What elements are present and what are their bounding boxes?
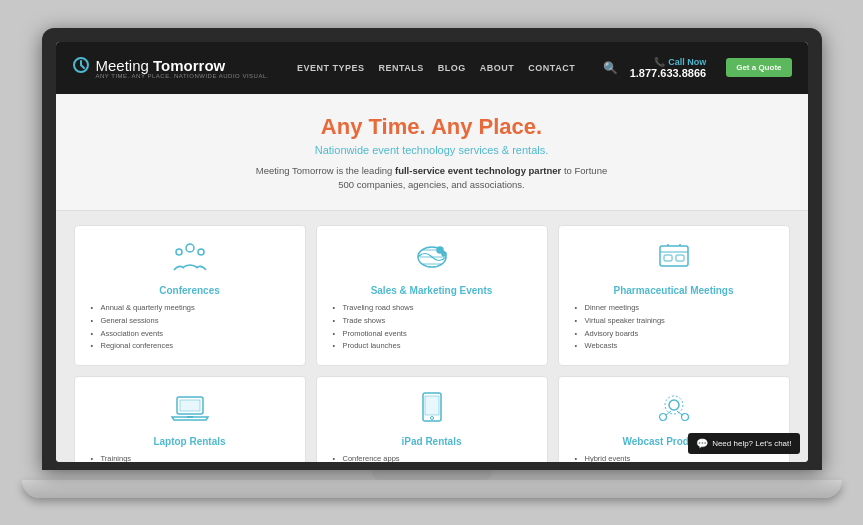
get-quote-button[interactable]: Get a Quote bbox=[726, 58, 791, 77]
svg-point-6 bbox=[442, 252, 446, 256]
nav-about[interactable]: ABOUT bbox=[480, 63, 515, 73]
cards-section: Conferences Annual & quarterly meetings … bbox=[56, 211, 808, 462]
conferences-list: Annual & quarterly meetings General sess… bbox=[87, 302, 293, 353]
svg-point-2 bbox=[176, 249, 182, 255]
pharma-list: Dinner meetings Virtual speaker training… bbox=[571, 302, 777, 353]
list-item: Conference apps bbox=[333, 453, 531, 462]
pharma-title: Pharmaceutical Meetings bbox=[571, 285, 777, 296]
svg-point-18 bbox=[430, 417, 433, 420]
website-content: Meeting Tomorrow ANY TIME. ANY PLACE. NA… bbox=[56, 42, 808, 462]
svg-rect-9 bbox=[664, 255, 672, 261]
card-pharma[interactable]: Pharmaceutical Meetings Dinner meetings … bbox=[558, 225, 790, 366]
webcast-icon bbox=[571, 391, 777, 430]
svg-line-24 bbox=[677, 411, 682, 415]
conferences-title: Conferences bbox=[87, 285, 293, 296]
search-icon[interactable]: 🔍 bbox=[603, 61, 618, 75]
chat-button[interactable]: 💬 Need help? Let's chat! bbox=[688, 433, 799, 454]
logo-text-regular: Meeting bbox=[96, 57, 154, 74]
svg-point-19 bbox=[669, 400, 679, 410]
call-now-area: 📞 Call Now 1.877.633.8866 bbox=[630, 57, 706, 79]
svg-point-3 bbox=[198, 249, 204, 255]
laptop-title: Laptop Rentals bbox=[87, 436, 293, 447]
card-laptop-rentals[interactable]: Laptop Rentals Trainings User conference… bbox=[74, 376, 306, 462]
logo-area: Meeting Tomorrow ANY TIME. ANY PLACE. NA… bbox=[72, 56, 269, 79]
list-item: Promotional events bbox=[333, 328, 531, 341]
list-item: Regional conferences bbox=[91, 340, 289, 353]
nav-event-types[interactable]: EVENT TYPES bbox=[297, 63, 365, 73]
chat-label: Need help? Let's chat! bbox=[712, 439, 791, 448]
ipad-list: Conference apps Paperless meetings bbox=[329, 453, 535, 462]
nav-blog[interactable]: BLOG bbox=[438, 63, 466, 73]
list-item: Traveling road shows bbox=[333, 302, 531, 315]
nav-rentals[interactable]: RENTALS bbox=[378, 63, 423, 73]
sales-marketing-icon bbox=[329, 240, 535, 279]
laptop-screen: Meeting Tomorrow ANY TIME. ANY PLACE. NA… bbox=[56, 42, 808, 462]
hero-title: Any Time. Any Place. bbox=[96, 114, 768, 140]
list-item: Product launches bbox=[333, 340, 531, 353]
laptop-list: Trainings User conferences bbox=[87, 453, 293, 462]
laptop-base bbox=[22, 480, 842, 498]
list-item: Dinner meetings bbox=[575, 302, 773, 315]
laptop-bezel: Meeting Tomorrow ANY TIME. ANY PLACE. NA… bbox=[42, 28, 822, 470]
svg-point-22 bbox=[681, 414, 688, 421]
card-conferences[interactable]: Conferences Annual & quarterly meetings … bbox=[74, 225, 306, 366]
nav-contact[interactable]: CONTACT bbox=[528, 63, 575, 73]
conferences-icon bbox=[87, 240, 293, 279]
logo-icon bbox=[72, 56, 90, 79]
laptop-notch bbox=[372, 470, 492, 480]
list-item: Webcasts bbox=[575, 340, 773, 353]
cards-grid: Conferences Annual & quarterly meetings … bbox=[74, 225, 790, 462]
hero-description: Meeting Tomorrow is the leading full-ser… bbox=[252, 164, 612, 193]
svg-rect-17 bbox=[425, 396, 439, 415]
list-item: Trainings bbox=[91, 453, 289, 462]
nav-links: EVENT TYPES RENTALS BLOG ABOUT CONTACT bbox=[297, 63, 591, 73]
list-item: Hybrid events bbox=[575, 453, 773, 462]
hero-subtitle: Nationwide event technology services & r… bbox=[96, 144, 768, 156]
hero-section: Any Time. Any Place. Nationwide event te… bbox=[56, 94, 808, 212]
hero-desc-bold: full-service event technology partner bbox=[395, 165, 561, 176]
svg-point-21 bbox=[659, 414, 666, 421]
hero-desc-plain: Meeting Tomorrow is the leading bbox=[256, 165, 395, 176]
list-item: Advisory boards bbox=[575, 328, 773, 341]
sales-marketing-list: Traveling road shows Trade shows Promoti… bbox=[329, 302, 535, 353]
nav-bar: Meeting Tomorrow ANY TIME. ANY PLACE. NA… bbox=[56, 42, 808, 94]
logo-text-bold: Tomorrow bbox=[153, 57, 225, 74]
webcast-list: Hybrid events Streaming confe... bbox=[571, 453, 777, 462]
svg-point-20 bbox=[665, 396, 683, 414]
card-sales-marketing[interactable]: Sales & Marketing Events Traveling road … bbox=[316, 225, 548, 366]
call-now-number: 1.877.633.8866 bbox=[630, 67, 706, 79]
list-item: General sessions bbox=[91, 315, 289, 328]
list-item: Virtual speaker trainings bbox=[575, 315, 773, 328]
sales-marketing-title: Sales & Marketing Events bbox=[329, 285, 535, 296]
phone-icon: 📞 bbox=[654, 57, 665, 67]
svg-rect-10 bbox=[676, 255, 684, 261]
laptop-outer: Meeting Tomorrow ANY TIME. ANY PLACE. NA… bbox=[22, 28, 842, 498]
pharma-icon bbox=[571, 240, 777, 279]
list-item: Association events bbox=[91, 328, 289, 341]
laptop-icon bbox=[87, 391, 293, 430]
call-now-label: 📞 Call Now bbox=[654, 57, 706, 67]
logo-tagline: ANY TIME. ANY PLACE. NATIONWIDE AUDIO VI… bbox=[96, 73, 269, 79]
list-item: Annual & quarterly meetings bbox=[91, 302, 289, 315]
card-ipad-rentals[interactable]: iPad Rentals Conference apps Paperless m… bbox=[316, 376, 548, 462]
svg-rect-14 bbox=[180, 400, 200, 411]
svg-point-1 bbox=[186, 244, 194, 252]
chat-icon: 💬 bbox=[696, 438, 708, 449]
ipad-icon bbox=[329, 391, 535, 430]
ipad-title: iPad Rentals bbox=[329, 436, 535, 447]
list-item: Trade shows bbox=[333, 315, 531, 328]
